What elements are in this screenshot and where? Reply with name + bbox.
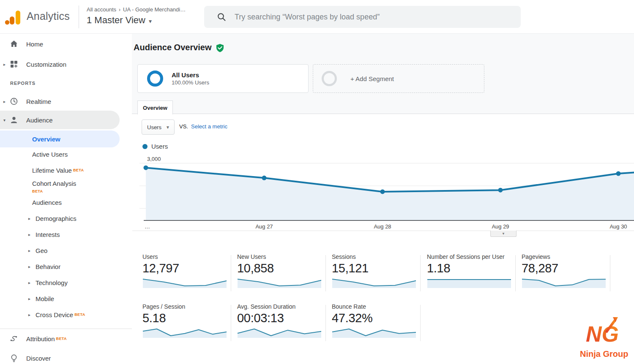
sidebar-item-audience[interactable]: ▾ Audience bbox=[0, 111, 120, 129]
breadcrumb-account[interactable]: All accounts bbox=[87, 6, 116, 13]
sparkline-chart bbox=[427, 277, 511, 288]
metric-label: Bounce Rate bbox=[332, 303, 420, 310]
shield-check-icon bbox=[216, 43, 224, 52]
lightbulb-icon bbox=[10, 354, 18, 362]
tab-overview[interactable]: Overview bbox=[137, 101, 173, 114]
metric-divider bbox=[610, 255, 610, 291]
svg-text:Aug 28: Aug 28 bbox=[374, 223, 391, 230]
app-header: Analytics All accounts›UA - Google Merch… bbox=[0, 0, 634, 34]
sidebar-item-behavior[interactable]: ▸ Behavior bbox=[0, 258, 132, 274]
segment-ring-placeholder-icon bbox=[322, 71, 337, 86]
sidebar-item-label: Interests bbox=[36, 231, 60, 238]
title-row: Audience Overview bbox=[134, 43, 224, 52]
sidebar-item-label: Discover bbox=[26, 355, 51, 362]
sidebar-item-active-users[interactable]: Active Users bbox=[0, 146, 132, 162]
expander-icon[interactable]: ▸ bbox=[28, 280, 30, 285]
metric-card-sessions-per-user[interactable]: Number of Sessions per User 1.18 bbox=[427, 253, 515, 290]
analytics-logo-icon[interactable] bbox=[4, 8, 22, 26]
segment-detail: 100.00% Users bbox=[172, 79, 209, 86]
metric-value: 00:03:13 bbox=[237, 311, 325, 325]
sidebar-item-label: Geo bbox=[36, 247, 47, 254]
sidebar-item-audiences[interactable]: Audiences bbox=[0, 194, 132, 210]
metric-label: Number of Sessions per User bbox=[427, 253, 515, 260]
ninja-group-name: Ninja Group bbox=[580, 349, 628, 359]
sidebar-item-attribution[interactable]: Attribution BETA bbox=[0, 329, 132, 348]
metric-select-dropdown[interactable]: Users ▼ bbox=[142, 120, 175, 135]
sparkline-chart bbox=[237, 327, 322, 338]
sidebar-item-label: Overview bbox=[32, 136, 60, 143]
sparkline-chart bbox=[142, 327, 227, 338]
attribution-icon bbox=[10, 334, 18, 343]
metric-divider bbox=[325, 305, 326, 341]
beta-badge: BETA bbox=[32, 189, 43, 193]
select-metric-link[interactable]: Select a metric bbox=[191, 123, 227, 130]
search-icon bbox=[217, 12, 226, 22]
sidebar-item-cohort-analysis[interactable]: Cohort Analysis BETA bbox=[0, 178, 132, 194]
metric-value: 12,797 bbox=[142, 261, 230, 275]
sidebar-item-home[interactable]: Home bbox=[0, 34, 132, 54]
expander-icon[interactable]: ▸ bbox=[28, 216, 30, 221]
sparkline-chart bbox=[522, 277, 606, 288]
home-icon bbox=[10, 40, 18, 48]
main-content: Audience Overview All Users 100.00% User… bbox=[132, 34, 634, 364]
add-segment-button[interactable]: + Add Segment bbox=[313, 64, 484, 93]
sidebar-item-label: Audience bbox=[26, 117, 53, 124]
legend-label: Users bbox=[151, 143, 168, 150]
svg-text:3,000: 3,000 bbox=[147, 156, 161, 162]
sidebar-item-customization[interactable]: ▸ Customization bbox=[0, 54, 132, 74]
users-line-chart[interactable]: 1,0002,0003,000…Aug 27Aug 28Aug 29Aug 30 bbox=[139, 154, 634, 234]
expander-icon[interactable]: ▸ bbox=[28, 296, 30, 301]
expander-icon[interactable]: ▸ bbox=[28, 232, 30, 237]
sidebar-item-label: Attribution bbox=[26, 335, 55, 342]
metric-value: 1.18 bbox=[427, 261, 515, 275]
metric-card-pages-per-session[interactable]: Pages / Session 5.18 bbox=[142, 303, 230, 340]
vs-label: vs. bbox=[179, 123, 188, 130]
expander-icon[interactable]: ▸ bbox=[28, 312, 30, 317]
view-name: 1 Master View bbox=[87, 15, 145, 25]
chart-legend: Users bbox=[142, 143, 168, 150]
metric-value: 78,287 bbox=[522, 261, 609, 275]
reports-section-heading: REPORTS bbox=[0, 74, 132, 92]
sparkline-chart bbox=[332, 277, 416, 288]
metric-card-avg-session-duration[interactable]: Avg. Session Duration 00:03:13 bbox=[237, 303, 325, 340]
chart-collapse-button[interactable]: ▼ bbox=[490, 231, 516, 237]
sidebar-item-label: Lifetime Value bbox=[32, 167, 72, 174]
search-input[interactable] bbox=[235, 13, 505, 22]
metric-card-new-users[interactable]: New Users 10,858 bbox=[237, 253, 325, 290]
breadcrumb-property[interactable]: UA - Google Merchandi… bbox=[123, 6, 186, 13]
search-bar[interactable] bbox=[204, 6, 521, 28]
sidebar-item-geo[interactable]: ▸ Geo bbox=[0, 242, 132, 258]
sidebar-item-demographics[interactable]: ▸ Demographics bbox=[0, 210, 132, 226]
sidebar-item-label: Audiences bbox=[32, 199, 62, 206]
metric-card-sessions[interactable]: Sessions 15,121 bbox=[332, 253, 420, 290]
person-icon bbox=[10, 116, 18, 124]
page-title: Audience Overview bbox=[134, 43, 212, 52]
segment-all-users[interactable]: All Users 100.00% Users bbox=[137, 64, 309, 93]
sidebar-item-realtime[interactable]: ▸ Realtime bbox=[0, 92, 132, 111]
sidebar-item-interests[interactable]: ▸ Interests bbox=[0, 226, 132, 242]
sidebar-item-lifetime-value[interactable]: Lifetime Value BETA bbox=[0, 162, 132, 178]
metric-card-users[interactable]: Users 12,797 bbox=[142, 253, 230, 290]
expander-icon[interactable]: ▸ bbox=[3, 62, 5, 67]
metric-card-pageviews[interactable]: Pageviews 78,287 bbox=[522, 253, 609, 290]
sidebar-item-technology[interactable]: ▸ Technology bbox=[0, 274, 132, 291]
sidebar-item-label: Mobile bbox=[36, 295, 54, 302]
expander-icon[interactable]: ▸ bbox=[28, 264, 30, 269]
sidebar-item-discover[interactable]: Discover bbox=[0, 348, 132, 364]
legend-dot-icon bbox=[142, 144, 148, 149]
metric-value: 15,121 bbox=[332, 261, 420, 275]
metric-card-bounce-rate[interactable]: Bounce Rate 47.32% bbox=[332, 303, 420, 340]
expander-icon[interactable]: ▸ bbox=[3, 99, 5, 104]
product-name: Analytics bbox=[27, 10, 70, 22]
view-selector[interactable]: 1 Master View▾ bbox=[87, 15, 152, 26]
segment-panel: All Users 100.00% Users + Add Segment bbox=[137, 64, 629, 94]
sidebar-item-mobile[interactable]: ▸ Mobile bbox=[0, 291, 132, 307]
expander-icon[interactable]: ▾ bbox=[3, 118, 5, 122]
sidebar-scroll-area: Home ▸ Customization REPORTS ▸ Realtime … bbox=[0, 34, 132, 329]
ninja-group-watermark: NG Ninja Group bbox=[576, 316, 634, 362]
metric-value: 5.18 bbox=[142, 311, 230, 325]
expander-icon[interactable]: ▸ bbox=[28, 248, 30, 253]
sidebar-item-cross-device[interactable]: ▸ Cross Device BETA bbox=[0, 307, 132, 323]
sidebar-item-overview[interactable]: Overview bbox=[0, 130, 120, 147]
sidebar-item-custom[interactable]: ▸ Custom bbox=[0, 323, 132, 329]
